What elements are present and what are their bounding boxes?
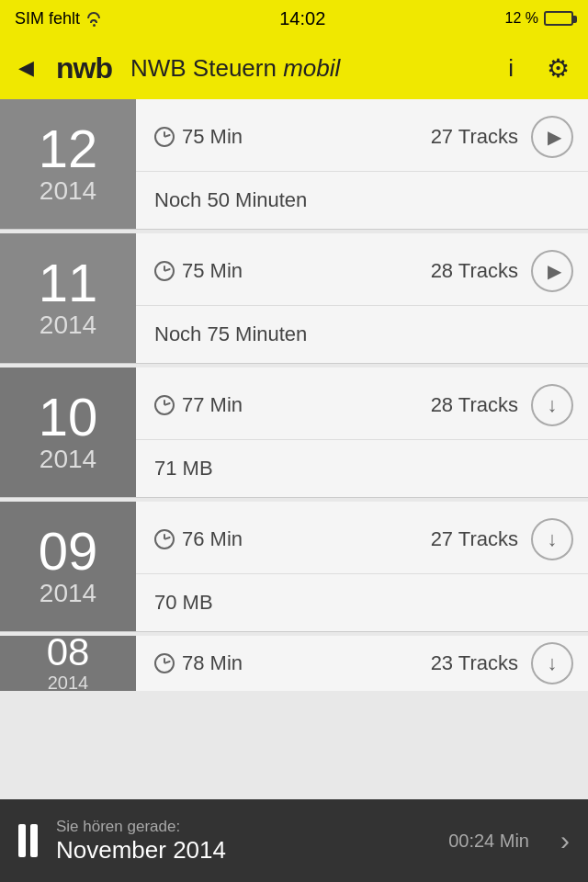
battery-icon: [544, 11, 573, 26]
clock-icon: [154, 653, 175, 673]
item-duration: 78 Min: [182, 651, 431, 675]
item-sub: Noch 50 Minuten: [136, 172, 588, 229]
date-month: 09: [39, 525, 98, 578]
chevron-right-icon[interactable]: ›: [560, 825, 570, 856]
item-content-partial: 78 Min 23 Tracks ↓: [136, 636, 588, 691]
date-year: 2014: [40, 310, 96, 341]
item-sub: 71 MB: [136, 440, 588, 497]
date-block: 11 2014: [0, 233, 136, 363]
item-tracks: 27 Tracks: [431, 125, 518, 149]
clock-icon: [154, 261, 175, 281]
header: ◀ nwb NWB Steuern mobil i ⚙: [0, 37, 588, 99]
now-playing-time: 00:24 Min: [448, 831, 529, 852]
now-playing-bar[interactable]: Sie hören gerade: November 2014 00:24 Mi…: [0, 799, 588, 882]
item-duration: 76 Min: [182, 527, 431, 551]
pause-button[interactable]: [18, 824, 38, 857]
now-playing-title: November 2014: [56, 836, 430, 865]
item-duration: 75 Min: [182, 259, 431, 283]
item-top: 75 Min 28 Tracks ▶: [136, 233, 588, 306]
status-left: SIM fehlt: [15, 9, 100, 28]
download-button[interactable]: ↓: [531, 518, 573, 560]
date-year: 2014: [40, 175, 96, 207]
date-month: 12: [39, 122, 98, 175]
list-item[interactable]: 10 2014 77 Min 28 Tracks ↓ 71 MB: [0, 368, 588, 498]
list-item[interactable]: 12 2014 75 Min 27 Tracks ▶ Noch 50 Minut…: [0, 99, 588, 230]
item-tracks: 28 Tracks: [431, 393, 518, 417]
item-tracks: 28 Tracks: [431, 259, 518, 283]
status-bar: SIM fehlt 14:02 12 %: [0, 0, 588, 37]
status-right: 12 %: [505, 10, 573, 27]
date-block: 08 2014: [0, 636, 136, 691]
item-content: 76 Min 27 Tracks ↓ 70 MB: [136, 502, 588, 631]
pause-bar-left: [18, 824, 26, 857]
settings-button[interactable]: ⚙: [547, 53, 570, 84]
now-playing-info: Sie hören gerade: November 2014: [56, 818, 430, 865]
item-duration: 75 Min: [182, 125, 431, 149]
date-block: 10 2014: [0, 368, 136, 497]
date-block: 12 2014: [0, 99, 136, 229]
clock-icon: [154, 395, 175, 415]
date-month: 11: [39, 256, 98, 310]
download-button[interactable]: ↓: [531, 642, 573, 684]
item-tracks: 23 Tracks: [431, 651, 518, 675]
date-year: 2014: [40, 578, 96, 609]
date-block: 09 2014: [0, 502, 136, 631]
list-item[interactable]: 09 2014 76 Min 27 Tracks ↓ 70 MB: [0, 502, 588, 632]
header-title: NWB Steuern mobil: [130, 54, 490, 83]
date-month: 10: [39, 390, 98, 444]
item-sub: 70 MB: [136, 574, 588, 631]
play-button[interactable]: ▶: [531, 250, 573, 292]
clock-icon: [154, 529, 175, 549]
now-playing-label: Sie hören gerade:: [56, 818, 430, 836]
wifi-icon: [87, 12, 100, 27]
logo: nwb: [56, 51, 112, 85]
info-button[interactable]: i: [508, 54, 514, 83]
date-year: 2014: [48, 672, 89, 691]
clock-icon: [154, 127, 175, 147]
play-button[interactable]: ▶: [531, 116, 573, 158]
item-top: 75 Min 27 Tracks ▶: [136, 99, 588, 172]
back-button[interactable]: ◀: [18, 56, 34, 80]
status-time: 14:02: [279, 8, 325, 29]
item-content: 75 Min 27 Tracks ▶ Noch 50 Minuten: [136, 99, 588, 229]
item-top: 77 Min 28 Tracks ↓: [136, 368, 588, 440]
item-duration: 77 Min: [182, 393, 431, 417]
date-year: 2014: [40, 444, 96, 475]
item-sub: Noch 75 Minuten: [136, 306, 588, 363]
list-item[interactable]: 11 2014 75 Min 28 Tracks ▶ Noch 75 Minut…: [0, 233, 588, 364]
item-tracks: 27 Tracks: [431, 527, 518, 551]
item-content: 75 Min 28 Tracks ▶ Noch 75 Minuten: [136, 233, 588, 363]
download-button[interactable]: ↓: [531, 384, 573, 426]
list-item[interactable]: 08 2014 78 Min 23 Tracks ↓: [0, 636, 588, 691]
item-top: 76 Min 27 Tracks ↓: [136, 502, 588, 574]
item-content: 77 Min 28 Tracks ↓ 71 MB: [136, 368, 588, 497]
track-list: 12 2014 75 Min 27 Tracks ▶ Noch 50 Minut…: [0, 99, 588, 691]
pause-bar-right: [30, 824, 38, 857]
carrier-text: SIM fehlt: [15, 9, 80, 28]
battery-percent: 12 %: [505, 10, 538, 27]
date-month: 08: [47, 636, 90, 672]
